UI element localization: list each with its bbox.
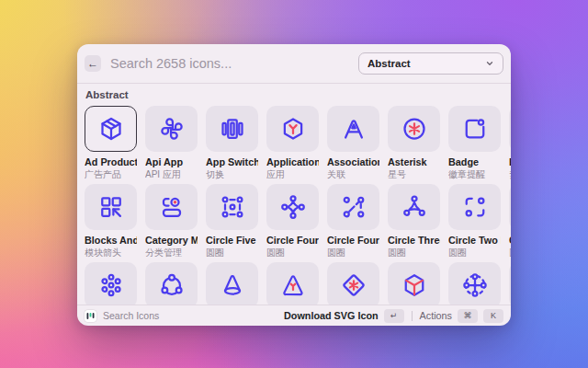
grid-item-circle-four-line: Circle Four...圆圈: [327, 184, 379, 258]
circle-four-line-icon: [340, 193, 368, 221]
footer-actions: Download SVG Icon ↵ Actions ⌘ K: [284, 309, 503, 323]
triangle-branch-icon: [279, 271, 307, 299]
icon-name-label: Circle Four: [266, 235, 319, 246]
icon-tile-triangle-branch[interactable]: [266, 262, 319, 305]
icon-name-label: Circle Three: [388, 235, 440, 246]
icon-subtitle-label: 徽章提醒: [448, 169, 501, 179]
grid-item-application: Application...应用: [266, 106, 319, 179]
diamond-asterisk-icon: [340, 271, 368, 299]
grid-item-circle-five-line: Circle Five L...圆圈: [206, 184, 258, 258]
icon-subtitle-label: 广告产品: [85, 169, 137, 179]
icon-tile-circle-four[interactable]: [266, 184, 319, 230]
icon-name-label: Ad Product: [85, 156, 137, 167]
icon-tile-benz[interactable]: [509, 106, 511, 152]
icon-name-label: Circle Two L...: [448, 235, 501, 246]
icon-subtitle-label: 星号: [388, 169, 440, 179]
grid-item-blocks-and-arrows: Blocks And...模块箭头: [85, 184, 137, 258]
icon-name-label: Application...: [266, 156, 319, 167]
application-icon: [279, 115, 307, 143]
icon-name-label: Benz: [509, 156, 511, 167]
grid-item-infinity: [509, 262, 511, 305]
icon-subtitle-label: 圆圈: [206, 247, 258, 258]
grid-item-badge: Badge徽章提醒: [448, 106, 501, 179]
grid-item-circle-three-nodes: [145, 262, 198, 305]
icon-tile-cube[interactable]: [388, 262, 440, 305]
grid-item-cone: [206, 262, 258, 305]
asterisk-icon: [401, 115, 428, 143]
cmd-key-badge: ⌘: [458, 309, 478, 323]
chevron-down-icon: [485, 59, 494, 68]
cone-icon: [219, 271, 246, 299]
icon-tile-diamond-asterisk[interactable]: [327, 262, 379, 305]
icon-name-label: Blocks And...: [85, 235, 137, 246]
icon-tile-infinity[interactable]: [509, 262, 511, 305]
grid-item-circle-four: Circle Four圆圈: [266, 184, 319, 258]
grid-item-circle-two-line: Circle Two L...圆圈: [448, 184, 501, 258]
icon-tile-asterisk[interactable]: [388, 106, 440, 152]
circle-five-line-icon: [219, 193, 246, 221]
circle-three-icon: [401, 193, 428, 221]
window-header: ← Abstract: [77, 44, 511, 84]
icon-tile-circle-two-line[interactable]: [448, 184, 501, 230]
icon-tile-badge[interactable]: [448, 106, 501, 152]
icon-subtitle-label: 圆圈: [327, 247, 379, 258]
arrow-left-icon: ←: [87, 57, 98, 70]
download-svg-button[interactable]: Download SVG Icon: [284, 310, 379, 321]
badge-icon: [461, 115, 489, 143]
grid-item-circle-three: Circle Three圆圈: [388, 184, 440, 258]
actions-button[interactable]: Actions: [420, 310, 452, 321]
icon-tile-circle-four-line[interactable]: [327, 184, 379, 230]
icon-tile-circles-and-triangles[interactable]: [509, 184, 511, 230]
icon-tile-cross-nodes[interactable]: [448, 262, 501, 305]
search-input[interactable]: [108, 55, 358, 72]
icon-tile-blocks-and-arrows[interactable]: [85, 184, 137, 230]
grid-item-association: Association关联: [327, 106, 379, 179]
association-icon: [340, 115, 368, 143]
icon-tile-category-management[interactable]: [145, 184, 198, 230]
icon-tile-api-app[interactable]: [145, 106, 198, 152]
icon-name-label: Category M...: [145, 235, 198, 246]
category-dropdown-value: Abstract: [368, 58, 485, 69]
grid-item-api-app: Api AppAPI 应用: [145, 106, 198, 179]
icon-tile-ad-product[interactable]: [85, 106, 137, 152]
dot-seven-icon: [97, 271, 125, 299]
back-button[interactable]: ←: [85, 55, 101, 72]
icon-name-label: Badge: [448, 156, 501, 167]
k-key-badge: K: [483, 309, 503, 323]
icon-subtitle-label: 奔驰: [509, 169, 511, 179]
icon-name-label: Api App: [145, 156, 198, 167]
icon-tile-circle-three-nodes[interactable]: [145, 262, 198, 305]
icon-subtitle-label: 圆圈: [388, 247, 440, 258]
grid-item-triangle-branch: [266, 262, 319, 305]
grid-item-asterisk: Asterisk星号: [388, 106, 440, 179]
circle-two-line-icon: [461, 193, 489, 221]
circle-three-nodes-icon: [158, 271, 186, 299]
icon-subtitle-label: 圆圈: [266, 247, 319, 258]
icon-tile-dot-seven[interactable]: [85, 262, 137, 305]
icon-tile-app-switch[interactable]: [206, 106, 258, 152]
icon-name-label: Association: [327, 156, 379, 167]
icon-tile-cone[interactable]: [206, 262, 258, 305]
category-management-icon: [158, 193, 186, 221]
icon-grid: Ad Product广告产品Api AppAPI 应用App Switch切换A…: [85, 106, 503, 305]
grid-item-benz: Benz奔驰: [509, 106, 511, 179]
icon-subtitle-label: 应用: [266, 169, 319, 179]
cube-icon: [401, 271, 428, 299]
icon-tile-circle-three[interactable]: [388, 184, 440, 230]
icon-name-label: Circles And...: [509, 235, 511, 246]
api-app-icon: [158, 115, 186, 143]
app-label: Search Icons: [103, 310, 159, 321]
grid-item-cube: [388, 262, 440, 305]
icon-tile-circle-five-line[interactable]: [206, 184, 258, 230]
grid-item-category-management: Category M...分类管理: [145, 184, 198, 258]
grid-item-dot-seven: [85, 262, 137, 305]
icon-tile-association[interactable]: [327, 106, 379, 152]
category-dropdown[interactable]: Abstract: [358, 52, 503, 75]
icon-name-label: Circle Five L...: [206, 235, 258, 246]
iconpark-logo: [85, 310, 96, 322]
grid-item-ad-product: Ad Product广告产品: [85, 106, 137, 179]
icon-tile-application[interactable]: [266, 106, 319, 152]
blocks-and-arrows-icon: [97, 193, 125, 221]
grid-item-circles-and-triangles: Circles And...圆形和三角: [509, 184, 511, 258]
status-bar: Search Icons Download SVG Icon ↵ Actions…: [77, 305, 511, 326]
